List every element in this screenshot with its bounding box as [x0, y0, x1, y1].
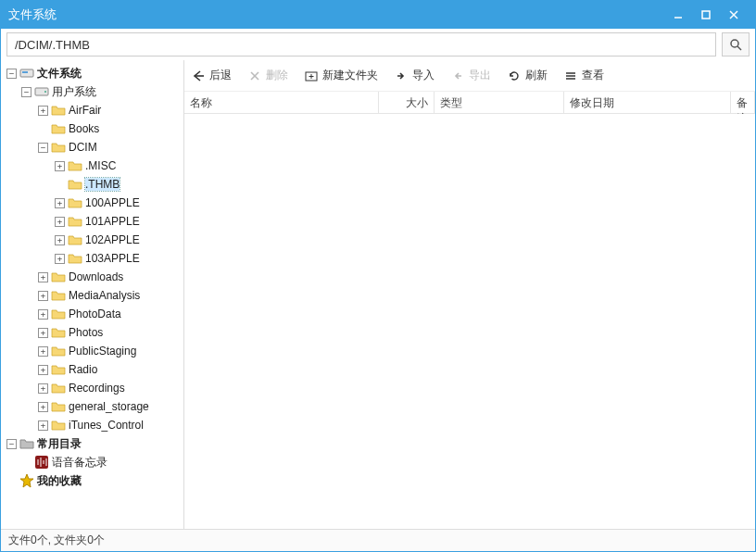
list-header[interactable]: 名称 大小 类型 修改日期 备注 [184, 92, 755, 114]
refresh-button[interactable]: 刷新 [508, 68, 548, 83]
tree-item[interactable]: +iTunes_Control [3, 416, 182, 434]
status-bar: 文件0个, 文件夹0个 [1, 529, 755, 551]
export-button: 导出 [451, 68, 491, 83]
tree-item-selected[interactable]: .THMB [3, 175, 182, 194]
tree-favorites[interactable]: 我的收藏 [3, 471, 182, 490]
back-button[interactable]: 后退 [192, 68, 232, 83]
toolbar: 后退 删除 新建文件夹 导入 导出 刷新 查看 [184, 60, 755, 92]
drive-icon [19, 66, 34, 81]
folder-icon [68, 232, 82, 247]
close-button[interactable] [720, 1, 748, 29]
tree-common[interactable]: − 常用目录 [3, 434, 182, 453]
view-icon [564, 69, 577, 82]
tree-item[interactable]: +102APPLE [3, 231, 182, 249]
svg-marker-15 [20, 474, 33, 487]
status-text: 文件0个, 文件夹0个 [8, 533, 105, 548]
window-title: 文件系统 [8, 6, 664, 23]
newfolder-button[interactable]: 新建文件夹 [305, 68, 378, 83]
svg-rect-7 [22, 71, 28, 73]
search-icon [729, 38, 742, 51]
refresh-icon [508, 69, 521, 82]
drive-icon [34, 84, 49, 99]
folder-icon [68, 251, 82, 266]
tree-item[interactable]: +Downloads [3, 268, 182, 286]
tree-item[interactable]: +103APPLE [3, 249, 182, 268]
export-icon [451, 69, 464, 82]
app-icon [34, 455, 49, 470]
folder-icon [51, 362, 66, 377]
folder-icon [68, 195, 82, 210]
search-button[interactable] [722, 32, 750, 56]
tree-item[interactable]: +.MISC [3, 157, 182, 175]
sidebar-tree[interactable]: − 文件系统 − 用户系统 +AirFair Books −DCIM +.MIS… [1, 60, 184, 529]
newfolder-icon [305, 69, 318, 82]
col-type[interactable]: 类型 [435, 92, 564, 113]
folder-icon [51, 307, 66, 321]
file-list[interactable] [184, 114, 755, 529]
delete-button: 删除 [248, 68, 288, 83]
path-bar [1, 29, 755, 60]
import-button[interactable]: 导入 [395, 68, 435, 83]
tree-root[interactable]: − 文件系统 [3, 64, 182, 82]
view-button[interactable]: 查看 [564, 68, 604, 83]
folder-icon [51, 325, 66, 340]
folder-icon [51, 103, 66, 118]
tree-item-dcim[interactable]: −DCIM [3, 138, 182, 157]
folder-icon [51, 344, 66, 358]
folder-icon [51, 381, 66, 395]
folder-icon [51, 121, 66, 136]
tree-item[interactable]: +101APPLE [3, 212, 182, 231]
back-icon [192, 69, 205, 82]
svg-rect-1 [702, 11, 710, 19]
folder-icon [51, 399, 66, 414]
tree-item[interactable]: +PublicStaging [3, 342, 182, 360]
folder-icon [51, 270, 66, 284]
folder-icon [68, 177, 82, 192]
tree-item[interactable]: +Radio [3, 360, 182, 379]
star-icon [19, 473, 34, 488]
import-icon [395, 69, 408, 82]
tree-item[interactable]: +PhotoData [3, 305, 182, 323]
tree-item[interactable]: +100APPLE [3, 194, 182, 212]
col-size[interactable]: 大小 [379, 92, 435, 113]
tree-voicememo[interactable]: 语音备忘录 [3, 453, 182, 471]
folder-icon [68, 214, 82, 229]
folder-icon [51, 418, 66, 433]
folder-icon [19, 436, 34, 451]
folder-icon [68, 158, 82, 173]
path-input[interactable] [6, 32, 716, 56]
svg-point-9 [44, 91, 46, 93]
tree-usersys[interactable]: − 用户系统 [3, 82, 182, 101]
titlebar: 文件系统 [1, 1, 755, 29]
delete-icon [248, 69, 261, 82]
tree-item[interactable]: +Photos [3, 323, 182, 342]
tree-item[interactable]: +AirFair [3, 101, 182, 119]
minimize-button[interactable] [664, 1, 692, 29]
svg-point-4 [731, 40, 738, 47]
col-note[interactable]: 备注 [731, 92, 755, 113]
col-date[interactable]: 修改日期 [564, 92, 731, 113]
tree-item[interactable]: +MediaAnalysis [3, 286, 182, 305]
col-name[interactable]: 名称 [184, 92, 379, 113]
folder-icon [51, 288, 66, 303]
tree-item[interactable]: +Recordings [3, 379, 182, 397]
folder-icon [51, 140, 66, 155]
maximize-button[interactable] [692, 1, 720, 29]
tree-item[interactable]: +general_storage [3, 397, 182, 416]
svg-line-5 [737, 46, 741, 50]
tree-item[interactable]: Books [3, 119, 182, 138]
